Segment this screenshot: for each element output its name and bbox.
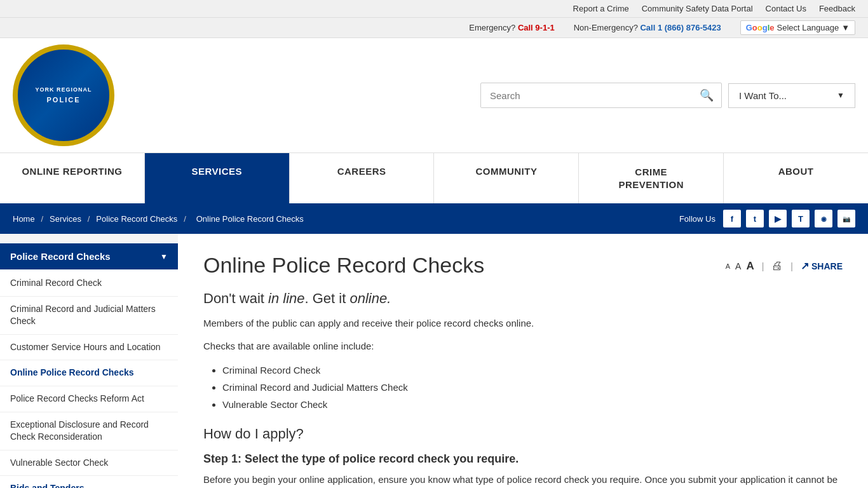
breadcrumb-current: Online Police Record Checks bbox=[196, 214, 304, 224]
top-bar: Report a Crime Community Safety Data Por… bbox=[0, 0, 868, 18]
nav-item-about[interactable]: ABOUT bbox=[724, 153, 868, 203]
logo-text-line2: POLICE bbox=[35, 95, 92, 104]
sidebar-title: Police Record Checks bbox=[10, 251, 111, 262]
checks-intro: Checks that are available online include… bbox=[203, 339, 843, 354]
logo: YORK REGIONAL POLICE bbox=[13, 44, 114, 146]
google-translate-button[interactable]: Google Select Language ▼ bbox=[740, 20, 855, 35]
non-emergency-label: Non-Emergency? Call 1 (866) 876-5423 bbox=[574, 23, 721, 32]
google-logo: Google bbox=[746, 23, 775, 32]
sidebar-item-online-police-record-checks[interactable]: Online Police Record Checks bbox=[0, 360, 178, 386]
check-list-item-1: Criminal Record Check bbox=[222, 362, 843, 379]
header-area: YORK REGIONAL POLICE 🔍 I Want To... ▼ bbox=[0, 38, 868, 152]
font-size-small[interactable]: A bbox=[726, 262, 730, 270]
sidebar-item-criminal-record-check[interactable]: Criminal Record Check bbox=[0, 271, 178, 297]
check-list-item-2: Criminal Record and Judicial Matters Che… bbox=[222, 379, 843, 396]
tumblr-icon[interactable]: T bbox=[792, 210, 810, 227]
search-box: 🔍 bbox=[480, 83, 722, 108]
font-size-large[interactable]: A bbox=[746, 260, 754, 273]
check-list: Criminal Record Check Criminal Record an… bbox=[203, 362, 843, 413]
check-list-item-3: Vulnerable Sector Check bbox=[222, 396, 843, 413]
main-content: Online Police Record Checks A A A | 🖨 | … bbox=[178, 234, 868, 488]
nav-item-crime-prevention[interactable]: CRIMEPREVENTION bbox=[579, 153, 724, 203]
sidebar: Police Record Checks ▼ Criminal Record C… bbox=[0, 234, 178, 488]
page-title-row: Online Police Record Checks A A A | 🖨 | … bbox=[203, 253, 843, 278]
emergency-number[interactable]: Call 9-1-1 bbox=[518, 23, 555, 32]
sidebar-toggle-icon: ▼ bbox=[160, 252, 168, 261]
separator2: | bbox=[790, 261, 793, 271]
intro-text: Members of the public can apply and rece… bbox=[203, 316, 843, 331]
title-tools: A A A | 🖨 | ↗ SHARE bbox=[726, 259, 843, 273]
sidebar-item-reform-act[interactable]: Police Record Checks Reform Act bbox=[0, 386, 178, 412]
sidebar-item-bids-tenders[interactable]: Bids and Tenders bbox=[0, 476, 178, 488]
main-nav: ONLINE REPORTING SERVICES CAREERS COMMUN… bbox=[0, 152, 868, 203]
font-size-medium[interactable]: A bbox=[735, 261, 741, 271]
logo-text-line1: YORK REGIONAL bbox=[35, 86, 92, 94]
select-language-label: Select Language bbox=[777, 23, 839, 32]
feedback-link[interactable]: Feedback bbox=[819, 4, 855, 13]
search-lang-area: 🔍 I Want To... ▼ bbox=[153, 83, 855, 108]
breadcrumb-home[interactable]: Home bbox=[13, 214, 35, 224]
community-safety-link[interactable]: Community Safety Data Portal bbox=[642, 4, 753, 13]
search-input[interactable] bbox=[481, 84, 692, 107]
separator: | bbox=[762, 261, 764, 271]
twitter-icon[interactable]: t bbox=[746, 210, 764, 227]
breadcrumb-services[interactable]: Services bbox=[50, 214, 81, 224]
want-to-label: I Want To... bbox=[739, 90, 787, 101]
share-button[interactable]: ↗ SHARE bbox=[801, 260, 843, 272]
nav-item-online-reporting[interactable]: ONLINE REPORTING bbox=[0, 153, 145, 203]
page-subtitle: Don't wait in line. Get it online. bbox=[203, 290, 843, 307]
youtube-icon[interactable]: ▶ bbox=[769, 210, 787, 227]
non-emergency-number[interactable]: Call 1 (866) 876-5423 bbox=[640, 23, 721, 32]
flickr-icon[interactable]: ◉ bbox=[815, 210, 832, 227]
nav-item-community[interactable]: COMMUNITY bbox=[434, 153, 579, 203]
follow-us-label: Follow Us bbox=[679, 214, 715, 224]
emergency-bar: Emergency? Call 9-1-1 Non-Emergency? Cal… bbox=[0, 18, 868, 38]
logo-area: YORK REGIONAL POLICE bbox=[13, 44, 127, 146]
sidebar-item-criminal-record-judicial[interactable]: Criminal Record and Judicial Matters Che… bbox=[0, 297, 178, 335]
step1-heading: Step 1: Select the type of police record… bbox=[203, 452, 843, 466]
facebook-icon[interactable]: f bbox=[723, 210, 741, 227]
sidebar-item-vulnerable-sector-check[interactable]: Vulnerable Sector Check bbox=[0, 451, 178, 477]
contact-us-link[interactable]: Contact Us bbox=[766, 4, 806, 13]
follow-us-section: Follow Us f t ▶ T ◉ 📷 bbox=[675, 210, 855, 227]
how-to-heading: How do I apply? bbox=[203, 426, 843, 442]
search-button[interactable]: 🔍 bbox=[692, 83, 721, 107]
content-wrapper: Police Record Checks ▼ Criminal Record C… bbox=[0, 234, 868, 488]
share-icon: ↗ bbox=[801, 260, 809, 272]
sidebar-item-customer-service-hours[interactable]: Customer Service Hours and Location bbox=[0, 335, 178, 361]
want-to-button[interactable]: I Want To... ▼ bbox=[728, 83, 855, 108]
select-language-arrow: ▼ bbox=[841, 23, 850, 32]
emergency-label: Emergency? Call 9-1-1 bbox=[469, 23, 554, 32]
report-a-crime-link[interactable]: Report a Crime bbox=[573, 4, 629, 13]
sidebar-header[interactable]: Police Record Checks ▼ bbox=[0, 243, 178, 269]
share-label: SHARE bbox=[811, 261, 843, 271]
breadcrumb-bar: Home / Services / Police Record Checks /… bbox=[0, 203, 868, 234]
breadcrumb-police-record-checks[interactable]: Police Record Checks bbox=[96, 214, 177, 224]
step1-text: Before you begin your online application… bbox=[203, 472, 843, 488]
print-button[interactable]: 🖨 bbox=[771, 259, 783, 273]
breadcrumb: Home / Services / Police Record Checks /… bbox=[13, 214, 308, 224]
instagram-icon[interactable]: 📷 bbox=[837, 210, 855, 227]
want-to-arrow: ▼ bbox=[837, 91, 844, 100]
nav-item-careers[interactable]: CAREERS bbox=[290, 153, 435, 203]
page-title: Online Police Record Checks bbox=[203, 253, 484, 278]
sidebar-item-exceptional-disclosure[interactable]: Exceptional Disclosure and Record Check … bbox=[0, 412, 178, 451]
nav-item-services[interactable]: SERVICES bbox=[145, 153, 290, 203]
